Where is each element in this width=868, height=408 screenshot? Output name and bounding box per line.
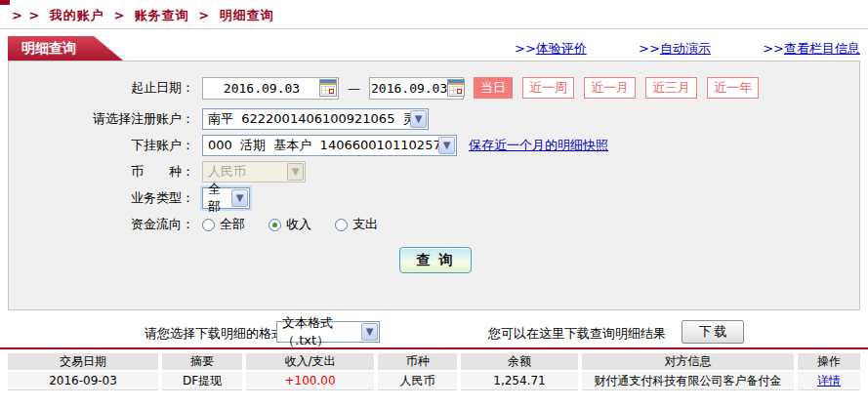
- date-range-separator: —: [348, 81, 360, 96]
- calendar-icon-day-mark: [329, 89, 334, 94]
- calendar-icon[interactable]: [447, 79, 465, 97]
- currency-select: 人民币 ▼: [202, 161, 306, 183]
- chevron-down-icon[interactable]: ▼: [410, 110, 427, 128]
- calendar-icon[interactable]: [319, 79, 337, 97]
- radio-icon[interactable]: [335, 219, 348, 231]
- table-header-row: 交易日期 摘要 收入/支出 币种 余额 对方信息 操作: [8, 353, 860, 370]
- cell-action: 详情: [798, 372, 860, 390]
- query-button[interactable]: 查 询: [399, 247, 472, 273]
- radio-checked-icon[interactable]: [269, 219, 281, 231]
- currency-row: 币 种： 人民币 ▼: [9, 160, 859, 184]
- fund-flow-option-expense[interactable]: 支出: [335, 216, 378, 233]
- radio-icon[interactable]: [202, 219, 215, 231]
- cell-balance: 1,254.71: [461, 372, 578, 390]
- link-prefix: >>: [515, 41, 536, 56]
- registered-account-select[interactable]: 南平 6222001406100921065 灵通卡 ▼: [202, 108, 429, 130]
- breadcrumb-item-my-account[interactable]: 我的账户: [50, 8, 104, 22]
- calendar-icon-bar: [320, 83, 336, 85]
- fund-flow-label: 资金流向：: [9, 216, 194, 233]
- date-range-row: 起止日期： 2016.09.03 — 2016.09.03 当日 近一周 近一月…: [9, 76, 859, 100]
- fund-flow-row: 资金流向： 全部 收入 支出: [9, 213, 859, 236]
- fund-flow-options: 全部 收入 支出: [202, 216, 401, 233]
- sub-account-select[interactable]: 000 活期 基本户 1406600101102571848 ▼: [202, 135, 457, 156]
- link-label: 查看栏目信息: [784, 41, 860, 56]
- divider-line: [0, 28, 868, 29]
- date-to-value: 2016.09.03: [371, 81, 447, 96]
- breadcrumb-separator: >: [113, 8, 125, 22]
- link-prefix: >>: [639, 41, 660, 56]
- sub-account-value: 000 活期 基本户 1406600101102571848: [203, 137, 438, 154]
- date-range-label: 起止日期：: [9, 79, 194, 97]
- download-hint: 您可以在这里下载查询明细结果: [488, 325, 666, 343]
- table-row: 2016-09-03 DF提现 +100.00 人民币 1,254.71 财付通…: [8, 372, 860, 390]
- table-header-cell: 对方信息: [582, 353, 794, 370]
- quick-range-3months-button[interactable]: 近三月: [645, 77, 697, 99]
- breadcrumb-item-account-query[interactable]: 账务查询: [135, 8, 189, 22]
- breadcrumb: > > 我的账户 > 账务查询 > 明细查询: [12, 7, 278, 24]
- currency-controls: 人民币 ▼: [202, 161, 306, 183]
- radio-label: 收入: [286, 216, 311, 233]
- registered-account-row: 请选择注册账户： 南平 6222001406100921065 灵通卡 ▼: [9, 107, 859, 131]
- link-experience-feedback[interactable]: >>体验评价: [515, 40, 587, 58]
- chevron-down-icon[interactable]: ▼: [438, 137, 455, 154]
- table-header-cell: 币种: [378, 353, 457, 370]
- cell-counterparty: 财付通支付科技有限公司客户备付金: [582, 372, 794, 390]
- link-prefix: >>: [763, 41, 784, 56]
- breadcrumb-item-detail-query[interactable]: 明细查询: [220, 8, 274, 22]
- chevron-down-icon: ▼: [287, 163, 304, 181]
- business-type-controls: 全部 ▼: [202, 187, 250, 209]
- table-header-cell: 收入/支出: [246, 353, 374, 370]
- radio-label: 支出: [352, 216, 378, 233]
- quick-range-year-button[interactable]: 近一年: [707, 77, 759, 99]
- date-to-input[interactable]: 2016.09.03: [369, 77, 464, 100]
- cell-summary: DF提现: [162, 372, 242, 390]
- date-from-input[interactable]: 2016.09.03: [202, 77, 339, 100]
- query-button-row: 查 询: [9, 248, 859, 271]
- detail-query-page: > > 我的账户 > 账务查询 > 明细查询 明细查询 >>体验评价 >>自动演…: [0, 0, 868, 408]
- breadcrumb-prefix: > >: [12, 8, 40, 22]
- download-format-select[interactable]: 文本格式（.txt） ▼: [276, 321, 380, 343]
- calendar-icon-bar: [448, 83, 464, 85]
- sub-account-row: 下挂账户： 000 活期 基本户 1406600101102571848 ▼ 保…: [9, 134, 859, 157]
- currency-value: 人民币: [203, 163, 287, 181]
- calendar-icon-day-mark: [457, 89, 462, 94]
- table-top-separator: [0, 347, 868, 349]
- table-header-cell: 摘要: [162, 353, 242, 370]
- header-links: >>体验评价 >>自动演示 >>查看栏目信息: [515, 40, 860, 58]
- tab-detail-query[interactable]: 明细查询: [8, 36, 123, 61]
- currency-label: 币 种：: [9, 163, 194, 181]
- quick-range-month-button[interactable]: 近一月: [584, 77, 636, 99]
- quick-range-week-button[interactable]: 近一周: [522, 77, 574, 99]
- business-type-select[interactable]: 全部 ▼: [202, 187, 250, 209]
- business-type-value: 全部: [203, 181, 231, 216]
- transactions-table: 交易日期 摘要 收入/支出 币种 余额 对方信息 操作 2016-09-03 D…: [8, 353, 860, 392]
- fund-flow-option-income[interactable]: 收入: [269, 216, 311, 233]
- cell-transaction-date: 2016-09-03: [8, 372, 158, 390]
- business-type-label: 业务类型：: [9, 189, 194, 207]
- table-header-cell: 操作: [798, 353, 860, 370]
- registered-account-controls: 南平 6222001406100921065 灵通卡 ▼: [202, 108, 429, 130]
- date-range-controls: 2016.09.03 — 2016.09.03 当日 近一周 近一月 近三月 近…: [202, 77, 759, 100]
- download-button[interactable]: 下载: [682, 320, 744, 344]
- chevron-down-icon[interactable]: ▼: [361, 323, 378, 341]
- query-form-panel: 起止日期： 2016.09.03 — 2016.09.03 当日 近一周 近一月…: [8, 61, 860, 310]
- sub-account-controls: 000 活期 基本户 1406600101102571848 ▼ 保存近一个月的…: [202, 135, 608, 156]
- quick-range-today-button[interactable]: 当日: [474, 77, 513, 99]
- link-view-column-info[interactable]: >>查看栏目信息: [763, 40, 860, 58]
- save-snapshot-link[interactable]: 保存近一个月的明细快照: [469, 137, 608, 154]
- sub-account-label: 下挂账户：: [9, 137, 194, 154]
- table-header-cell: 交易日期: [8, 353, 158, 370]
- radio-label: 全部: [220, 216, 245, 233]
- chevron-down-icon[interactable]: ▼: [231, 189, 248, 207]
- date-from-value: 2016.09.03: [204, 81, 319, 96]
- cell-currency: 人民币: [378, 372, 457, 390]
- detail-link[interactable]: 详情: [817, 374, 841, 388]
- download-format-value: 文本格式（.txt）: [277, 314, 361, 349]
- fund-flow-option-all[interactable]: 全部: [202, 216, 245, 233]
- registered-account-value: 南平 6222001406100921065 灵通卡: [203, 110, 410, 128]
- link-auto-demo[interactable]: >>自动演示: [639, 40, 711, 58]
- breadcrumb-separator: >: [198, 8, 210, 22]
- link-label: 自动演示: [660, 41, 711, 56]
- business-type-row: 业务类型： 全部 ▼: [9, 186, 859, 210]
- registered-account-label: 请选择注册账户：: [9, 110, 194, 128]
